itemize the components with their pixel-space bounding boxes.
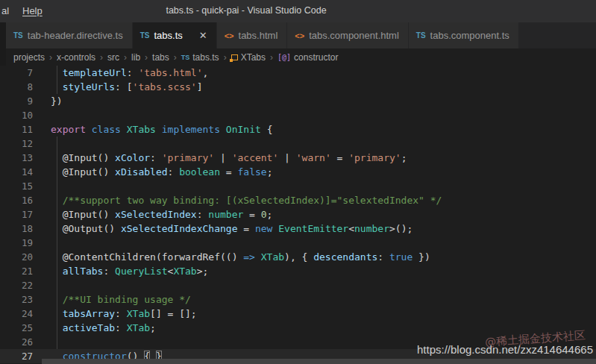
code-line-14[interactable]: 14 @Input() xDisabled: boolean = false; — [0, 165, 596, 179]
code-line-17[interactable]: 17 @Input() xSelectedIndex: number = 0; — [0, 207, 596, 222]
code-line-10[interactable]: 10 — [0, 108, 596, 122]
breadcrumb-item-lib[interactable]: lib — [131, 52, 140, 63]
typescript-file-icon: TS — [416, 31, 426, 40]
code-text: export class XTabs implements OnInit { — [33, 122, 272, 136]
breadcrumb-label: tabs — [152, 52, 169, 63]
code-line-16[interactable]: 16 /**support two way binding: [(xSelect… — [0, 193, 596, 207]
code-text: /**support two way binding: [(xSelectedI… — [33, 193, 442, 207]
typescript-file-icon: TS — [140, 31, 150, 40]
line-number[interactable]: 9 — [6, 94, 33, 108]
close-icon[interactable]: ✕ — [199, 30, 207, 41]
line-number[interactable]: 7 — [6, 66, 33, 80]
code-text: activeTab: XTab; — [33, 321, 156, 335]
line-number[interactable]: 12 — [6, 136, 33, 151]
line-number[interactable]: 13 — [6, 151, 33, 165]
breadcrumb-label: projects — [13, 52, 45, 63]
line-number[interactable]: 16 — [6, 193, 33, 207]
breadcrumb-item-tabs[interactable]: tabs — [152, 52, 169, 63]
line-number[interactable]: 14 — [6, 165, 33, 179]
line-number[interactable]: 22 — [6, 278, 33, 292]
line-number[interactable]: 23 — [6, 292, 33, 307]
line-number[interactable]: 24 — [6, 307, 33, 321]
code-line-15[interactable]: 15 — [0, 179, 596, 193]
title-bar: al Help tabs.ts - quick-pai - Visual Stu… — [0, 0, 596, 22]
code-line-12[interactable]: 12 — [0, 136, 596, 151]
breadcrumb-item-XTabs[interactable]: XTabs — [231, 52, 266, 63]
breadcrumb-item-x-controls[interactable]: x-controls — [57, 52, 95, 63]
tab-tab-header.directive.ts[interactable]: TStab-header.directive.ts — [6, 22, 133, 48]
breadcrumb: projects›x-controls›src›lib›tabs›TStabs.… — [6, 48, 596, 66]
breadcrumb-separator-icon: › — [174, 52, 177, 63]
line-number[interactable]: 15 — [6, 179, 33, 193]
line-number[interactable]: 20 — [6, 250, 33, 264]
watermark-url: https://blog.csdn.net/zxz414644665 — [417, 343, 593, 356]
code-text — [33, 108, 51, 122]
code-text: styleUrls: ['tabs.scss'] — [33, 80, 203, 94]
breadcrumb-label: constructor — [294, 52, 338, 63]
line-number[interactable]: 25 — [6, 321, 33, 335]
tab-tabs.component.ts[interactable]: TStabs.component.ts — [409, 22, 519, 48]
line-number[interactable]: 8 — [6, 80, 33, 94]
line-number[interactable]: 27 — [6, 349, 33, 363]
line-number[interactable]: 17 — [6, 207, 33, 222]
code-editor[interactable]: 7 templateUrl: 'tabs.html',8 styleUrls: … — [0, 66, 596, 364]
code-text: @ContentChildren(forwardRef(() => XTab),… — [33, 250, 430, 264]
code-line-20[interactable]: 20 @ContentChildren(forwardRef(() => XTa… — [0, 250, 596, 264]
code-line-21[interactable]: 21 allTabs: QueryList<XTab>; — [0, 264, 596, 278]
tab-label: tabs.ts — [154, 30, 182, 41]
indent-guide — [57, 136, 57, 349]
code-text — [33, 335, 51, 349]
code-line-23[interactable]: 23 /**UI binding usage */ — [0, 292, 596, 307]
breadcrumb-separator-icon: › — [270, 52, 273, 63]
symbol-class-icon — [231, 54, 238, 60]
code-line-8[interactable]: 8 styleUrls: ['tabs.scss'] — [0, 80, 596, 94]
symbol-method-icon: [@] — [277, 53, 291, 61]
breadcrumb-item-projects[interactable]: projects — [13, 52, 45, 63]
tab-bar: TStab-header.directive.tsTStabs.ts✕<>tab… — [6, 22, 596, 48]
code-text — [33, 179, 51, 193]
code-line-22[interactable]: 22 — [0, 278, 596, 292]
breadcrumb-separator-icon: › — [49, 52, 52, 63]
breadcrumb-separator-icon: › — [145, 52, 148, 63]
tab-label: tabs.component.html — [309, 30, 399, 41]
line-number[interactable]: 19 — [6, 236, 33, 250]
breadcrumb-separator-icon: › — [224, 52, 227, 63]
tab-tabs.component.html[interactable]: <>tabs.component.html — [287, 22, 409, 48]
code-line-11[interactable]: 11export class XTabs implements OnInit { — [0, 122, 596, 136]
code-line-13[interactable]: 13 @Input() xColor: 'primary' | 'accent'… — [0, 151, 596, 165]
code-text: @Output() xSelectedIndexChange = new Eve… — [33, 222, 413, 236]
breadcrumb-label: lib — [131, 52, 140, 63]
html-file-icon: <> — [295, 31, 304, 40]
tab-tabs.ts[interactable]: TStabs.ts✕ — [133, 22, 217, 48]
breadcrumb-item-constructor[interactable]: [@]constructor — [277, 52, 338, 63]
line-number[interactable]: 11 — [6, 122, 33, 136]
vscode-window: al Help tabs.ts - quick-pai - Visual Stu… — [0, 0, 596, 364]
line-number[interactable]: 21 — [6, 264, 33, 278]
window-title: tabs.ts - quick-pai - Visual Studio Code — [0, 5, 492, 16]
code-text: @Input() xSelectedIndex: number = 0; — [33, 207, 272, 222]
tab-tabs.html[interactable]: <>tabs.html — [217, 22, 288, 48]
code-text: allTabs: QueryList<XTab>; — [33, 264, 208, 278]
html-file-icon: <> — [225, 31, 234, 40]
horizontal-scrollbar[interactable] — [42, 359, 596, 364]
code-text: templateUrl: 'tabs.html', — [33, 66, 208, 80]
typescript-file-icon: TS — [13, 31, 23, 40]
code-text — [33, 278, 51, 292]
code-line-18[interactable]: 18 @Output() xSelectedIndexChange = new … — [0, 222, 596, 236]
code-line-9[interactable]: 9}) — [0, 94, 596, 108]
code-text: @Input() xColor: 'primary' | 'accent' | … — [33, 151, 407, 165]
line-number[interactable]: 26 — [6, 335, 33, 349]
line-number[interactable]: 18 — [6, 222, 33, 236]
code-line-19[interactable]: 19 — [0, 236, 596, 250]
breadcrumb-separator-icon: › — [124, 52, 127, 63]
code-line-7[interactable]: 7 templateUrl: 'tabs.html', — [0, 66, 596, 80]
breadcrumb-item-src[interactable]: src — [107, 52, 119, 63]
tab-label: tabs.html — [239, 30, 278, 41]
code-line-24[interactable]: 24 tabsArray: XTab[] = []; — [0, 307, 596, 321]
breadcrumb-item-tabs.ts[interactable]: TStabs.ts — [181, 52, 219, 63]
line-number[interactable]: 10 — [6, 108, 33, 122]
tab-label: tabs.component.ts — [430, 30, 509, 41]
breadcrumb-label: src — [107, 52, 119, 63]
code-line-25[interactable]: 25 activeTab: XTab; — [0, 321, 596, 335]
code-text — [33, 236, 51, 250]
